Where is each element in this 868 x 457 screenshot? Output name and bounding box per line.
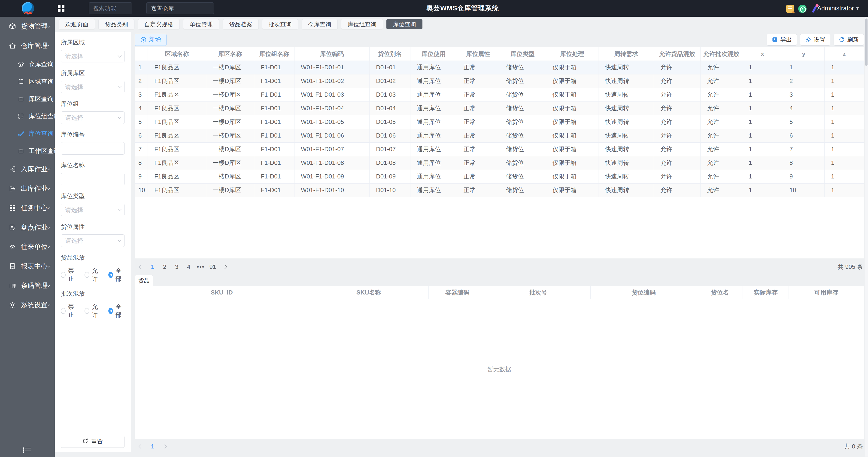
table-row[interactable]: 3F1良品区一楼D库区F1-D01W01-F1-D01-03D01-03通用库位… (135, 88, 864, 102)
clock-icon[interactable] (798, 5, 807, 13)
row-index-cell: 5 (135, 115, 148, 129)
sidebar-item-slot-query[interactable]: 库位查询 (0, 125, 55, 142)
sidebar-item-slot-group-query[interactable]: 库位组查询 (0, 108, 55, 125)
sidebar-item-stocktake[interactable]: 盘点作业 (0, 218, 55, 237)
storage-area-select[interactable]: 请选择 (61, 81, 125, 93)
table-cell: 快速周转 (598, 129, 654, 142)
settings-button[interactable]: 设置 (800, 34, 830, 46)
collapse-menu-icon[interactable] (23, 446, 32, 454)
vertical-scrollbar[interactable] (865, 17, 868, 457)
table-cell: 一楼D库区 (206, 183, 254, 197)
table-row[interactable]: 8F1良品区一楼D库区F1-D01W01-F1-D01-08D01-08通用库位… (135, 156, 864, 170)
table-row[interactable]: 10F1良品区一楼D库区F1-D01W01-F1-D01-10D01-10通用库… (135, 183, 864, 197)
table-cell: 允许 (701, 142, 742, 156)
page-button[interactable]: 91 (208, 261, 218, 272)
column-header: 货位名 (697, 286, 743, 299)
slot-group-select[interactable]: 请选择 (61, 111, 125, 124)
table-row[interactable]: 1F1良品区一楼D库区F1-D01W01-F1-D01-01D01-01通用库位… (135, 61, 864, 74)
total-count-label: 共 0 条 (844, 442, 863, 451)
page-button[interactable]: 1 (148, 441, 158, 452)
tab-custom-spec[interactable]: 自定义规格 (138, 19, 180, 29)
sidebar-item-goods[interactable]: 货物管理 (0, 17, 55, 36)
sidebar-item-task-center[interactable]: 任务中心 (0, 198, 55, 218)
column-header: 库位编码 (294, 48, 369, 61)
table-row[interactable]: 7F1良品区一楼D库区F1-D01W01-F1-D01-07D01-07通用库位… (135, 142, 864, 156)
page-button[interactable]: 1 (148, 261, 158, 272)
table-row[interactable]: 5F1良品区一楼D库区F1-D01W01-F1-D01-05D01-05通用库位… (135, 115, 864, 129)
slot-name-input[interactable] (61, 173, 125, 185)
radio-option-selected[interactable]: 全部 (108, 303, 125, 319)
user-name: Administrator (817, 5, 854, 12)
region-select[interactable]: 请选择 (61, 50, 125, 62)
sidebar-item-storage-area-query[interactable]: 库区查询 (0, 90, 55, 108)
radio-option[interactable]: 禁止 (61, 267, 77, 283)
scrollbar-thumb[interactable] (865, 19, 868, 66)
column-header: 货位别名 (370, 48, 410, 61)
sidebar-item-outbound[interactable]: 出库作业 (0, 179, 55, 198)
chevron-down-icon (48, 284, 50, 287)
tab-warehouse-query[interactable]: 仓库查询 (302, 19, 338, 29)
radio-checked-icon (108, 308, 113, 314)
next-page-button[interactable] (220, 261, 230, 272)
page-button[interactable]: 4 (184, 261, 194, 272)
notes-icon[interactable] (786, 5, 794, 13)
table-cell: D01-07 (370, 142, 410, 156)
tab-slot-group-query[interactable]: 库位组查询 (341, 19, 383, 29)
table-cell: 一楼D库区 (206, 61, 254, 74)
tab-goods-archive[interactable]: 货品档案 (223, 19, 259, 29)
chevron-down-icon (118, 207, 122, 211)
sidebar: 货物管理 仓库管理 仓库查询 区域查询 库区查询 库位组查询 库位查询 工作区查… (0, 17, 55, 457)
export-button[interactable]: 导出 (767, 34, 797, 46)
next-page-button[interactable] (160, 441, 170, 452)
refresh-button[interactable]: 刷新 (834, 34, 864, 46)
sidebar-item-inbound[interactable]: 入库作业 (0, 160, 55, 179)
table-cell: 通用库位 (410, 74, 457, 88)
tab-goods-detail[interactable]: 货品 (135, 275, 153, 286)
prev-page-button[interactable] (135, 261, 146, 272)
page-button[interactable]: 2 (160, 261, 170, 272)
filter-panel: 所属区域 请选择 所属库区 请选择 库位组 请选择 库位编号 库位名称 库位类型… (55, 32, 131, 452)
more-pages-button[interactable]: ••• (196, 261, 206, 272)
slot-attribute-select[interactable]: 请选择 (61, 234, 125, 247)
table-row[interactable]: 9F1良品区一楼D库区F1-D01W01-F1-D01-09D01-09通用库位… (135, 170, 864, 183)
table-cell: D01-09 (370, 170, 410, 183)
table-row[interactable]: 4F1良品区一楼D库区F1-D01W01-F1-D01-04D01-04通用库位… (135, 102, 864, 115)
page-button[interactable]: 3 (172, 261, 182, 272)
sidebar-item-reports[interactable]: 报表中心 (0, 257, 55, 276)
tab-batch-query[interactable]: 批次查询 (262, 19, 298, 29)
sidebar-item-warehouse-query[interactable]: 仓库查询 (0, 55, 55, 73)
radio-option[interactable]: 禁止 (61, 303, 77, 319)
table-row[interactable]: 2F1良品区一楼D库区F1-D01W01-F1-D01-02D01-02通用库位… (135, 74, 864, 88)
table-cell: 储货位 (499, 74, 546, 88)
user-menu[interactable]: Administrator ▾ (817, 0, 859, 17)
sidebar-item-partners[interactable]: 往来单位 (0, 237, 55, 257)
sidebar-item-region-query[interactable]: 区域查询 (0, 73, 55, 90)
sidebar-item-workzone-query[interactable]: 工作区查询 (0, 142, 55, 160)
reset-button[interactable]: 重置 (61, 436, 124, 448)
radio-option[interactable]: 允许 (85, 303, 101, 319)
table-cell: 正常 (457, 88, 499, 102)
sidebar-item-barcode[interactable]: 条码管理 (0, 276, 55, 295)
table-cell: 1 (824, 170, 864, 183)
sidebar-item-settings[interactable]: 系统设置 (0, 295, 55, 315)
table-row[interactable]: 6F1良品区一楼D库区F1-D01W01-F1-D01-06D01-06通用库位… (135, 129, 864, 142)
tab-unit-management[interactable]: 单位管理 (183, 19, 219, 29)
table-cell: 允许 (701, 61, 742, 74)
warehouse-select-input[interactable] (147, 2, 214, 14)
table-cell: 正常 (457, 170, 499, 183)
sidebar-item-warehouse[interactable]: 仓库管理 (0, 36, 55, 55)
apps-grid-icon[interactable] (58, 5, 64, 12)
slot-code-input[interactable] (61, 142, 125, 155)
radio-option-selected[interactable]: 全部 (108, 267, 125, 283)
tab-welcome[interactable]: 欢迎页面 (59, 19, 95, 29)
function-search-input[interactable] (89, 2, 132, 14)
add-button[interactable]: 新增 (135, 34, 166, 46)
chevron-down-icon (118, 238, 122, 242)
prev-page-button[interactable] (135, 441, 146, 452)
tab-slot-query[interactable]: 库位查询 (386, 19, 423, 29)
app-logo: WMS (22, 2, 34, 15)
tab-goods-category[interactable]: 货品类别 (98, 19, 134, 29)
radio-option[interactable]: 允许 (85, 267, 101, 283)
slot-type-select[interactable]: 请选择 (61, 204, 125, 216)
table-cell: 允许 (654, 102, 701, 115)
